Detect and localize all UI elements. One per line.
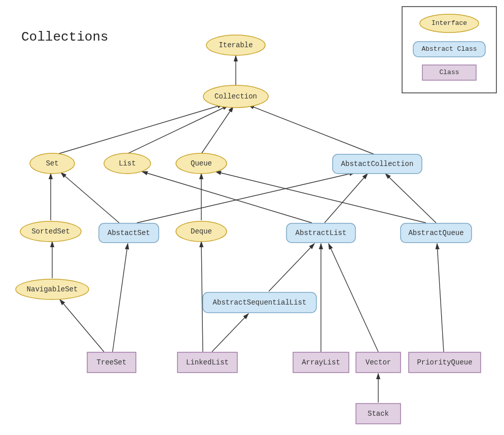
node-abstractsequentiallist: AbstractSequentialList [203,292,316,313]
node-sortedset: SortedSet [20,221,81,242]
legend-abstract: Abstract Class [413,42,485,57]
node-navigableset: NavigableSet [16,279,89,299]
node-iterable-label: Iterable [219,41,253,49]
node-deque: Deque [176,221,227,242]
edge-abstractqueue-abstractcollection [385,174,436,223]
node-priorityqueue-label: PriorityQueue [417,358,472,366]
edge-treeset-navigableset [60,299,104,352]
node-arraylist-label: ArrayList [302,358,340,366]
node-abstractqueue-label: AbstractQueue [408,229,463,237]
edge-linkedlist-abstractsequentiallist [212,314,248,352]
node-vector-label: Vector [366,358,391,366]
node-linkedlist-label: LinkedList [186,358,229,366]
node-priorityqueue: PriorityQueue [409,352,481,373]
edge-abstractcollection-collection [248,105,374,154]
node-queue: Queue [176,153,227,174]
node-collection: Collection [203,85,268,108]
node-set: Set [30,153,75,174]
node-collection-label: Collection [214,92,257,101]
edge-vector-abstractlist [329,244,378,352]
node-iterable: Iterable [206,35,265,55]
node-sortedset-label: SortedSet [31,227,70,236]
node-queue-label: Queue [191,159,212,168]
edge-queue-collection [201,107,233,154]
node-deque-label: Deque [191,227,212,236]
edge-abstractlist-abstractcollection [325,174,368,223]
legend-interface-label: Interface [431,19,467,27]
edge-priorityqueue-abstractqueue [437,244,444,352]
node-abstractcollection-label: AbstactCollection [341,160,414,168]
node-abstractset: AbstactSet [99,223,159,243]
node-stack: Stack [356,404,401,424]
diagram-title: Collections [21,29,109,45]
collections-diagram: Collections Interface Abstract Class Cla… [0,0,504,435]
edge-abstractset-set [61,173,119,223]
node-stack-label: Stack [368,410,389,418]
legend-class-label: Class [439,69,459,76]
node-set-label: Set [46,159,58,168]
node-list-label: List [119,159,136,168]
legend-interface: Interface [420,14,479,32]
node-abstractlist: AbstractList [286,223,355,243]
legend: Interface Abstract Class Class [402,7,496,93]
node-list: List [104,153,151,174]
node-linkedlist: LinkedList [177,352,237,373]
edge-set-collection [58,105,223,154]
node-abstractset-label: AbstactSet [107,229,150,237]
edge-abstractsequentiallist-abstractlist [269,244,314,291]
legend-abstract-label: Abstract Class [421,45,477,53]
node-abstractsequentiallist-label: AbstractSequentialList [213,298,307,307]
node-treeset: TreeSet [87,352,136,373]
node-abstractcollection: AbstactCollection [333,154,422,174]
node-arraylist: ArrayList [293,352,349,373]
node-abstractlist-label: AbstractList [296,229,347,237]
legend-class: Class [422,65,476,80]
node-vector: Vector [356,352,401,373]
node-abstractqueue: AbstractQueue [401,223,472,243]
node-navigableset-label: NavigableSet [27,285,78,293]
edge-list-collection [127,106,228,154]
edge-abstractlist-list [142,172,312,223]
node-treeset-label: TreeSet [97,358,127,366]
edge-treeset-abstractset [113,244,128,352]
